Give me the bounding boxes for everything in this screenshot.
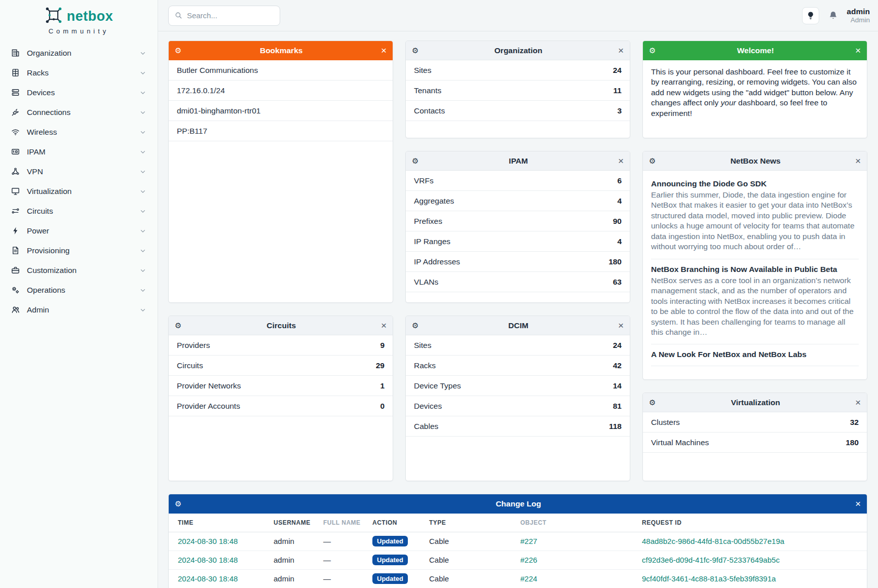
widget-close-icon[interactable]: × xyxy=(618,156,624,166)
changelog-time-link[interactable]: 2024-08-30 18:48 xyxy=(178,537,238,545)
stat-label[interactable]: Cables xyxy=(414,422,609,431)
stat-label[interactable]: Virtual Machines xyxy=(651,438,846,447)
sidebar-item-circuits[interactable]: Circuits xyxy=(0,201,158,221)
bookmark-label[interactable]: 172.16.0.1/24 xyxy=(177,86,225,95)
news-headline[interactable]: A New Look For NetBox and NetBox Labs xyxy=(651,350,859,359)
changelog-table-head: TIME USERNAME FULL NAME ACTION TYPE OBJE… xyxy=(169,514,867,532)
bookmark-item[interactable]: PP:B117 xyxy=(169,121,393,141)
brand-logo[interactable]: netbox Community xyxy=(0,0,158,38)
stat-label[interactable]: Sites xyxy=(414,341,613,350)
stat-label[interactable]: VRFs xyxy=(414,176,617,185)
stat-label[interactable]: IP Ranges xyxy=(414,237,617,246)
widget-settings-gear-icon[interactable]: ⚙ xyxy=(175,499,181,508)
stat-label[interactable]: VLANs xyxy=(414,278,613,287)
changelog-time-link[interactable]: 2024-08-30 18:48 xyxy=(178,556,238,564)
chevron-down-icon xyxy=(139,168,146,175)
changelog-time-link[interactable]: 2024-08-30 18:48 xyxy=(178,574,238,583)
changelog-request-id-link[interactable]: 9cf40fdf-3461-4c88-81a3-5feb39f8391a xyxy=(642,574,776,583)
widget-settings-gear-icon[interactable]: ⚙ xyxy=(412,156,418,166)
bookmark-item[interactable]: 172.16.0.1/24 xyxy=(169,81,393,101)
theme-toggle-button[interactable] xyxy=(802,7,819,24)
stat-label[interactable]: IP Addresses xyxy=(414,257,608,266)
column-header-username[interactable]: USERNAME xyxy=(274,514,323,532)
news-headline[interactable]: Announcing the Diode Go SDK xyxy=(651,179,859,188)
stat-label[interactable]: Provider Networks xyxy=(177,381,380,390)
stat-value: 81 xyxy=(613,402,622,411)
bookmark-item[interactable]: Butler Communications xyxy=(169,60,393,81)
sidebar-item-wireless[interactable]: Wireless xyxy=(0,122,158,142)
widget-settings-gear-icon[interactable]: ⚙ xyxy=(175,46,181,55)
stat-label[interactable]: Providers xyxy=(177,341,380,350)
stat-value: 180 xyxy=(608,257,622,266)
widget-settings-gear-icon[interactable]: ⚙ xyxy=(649,46,656,55)
widget-close-icon[interactable]: × xyxy=(855,156,861,166)
chevron-down-icon xyxy=(139,148,146,155)
sidebar-item-vpn[interactable]: VPN xyxy=(0,162,158,181)
stat-label[interactable]: Contacts xyxy=(414,106,617,115)
stat-label[interactable]: Tenants xyxy=(414,86,614,95)
widget-netbox-news: ⚙ NetBox News × Announcing the Diode Go … xyxy=(642,151,867,380)
widget-close-icon[interactable]: × xyxy=(618,46,624,55)
stat-label[interactable]: Device Types xyxy=(414,381,613,390)
widget-close-icon[interactable]: × xyxy=(855,499,861,508)
stat-row: Sites 24 xyxy=(406,60,630,81)
widget-welcome-header: ⚙ Welcome! × xyxy=(643,41,867,60)
column-header-type[interactable]: TYPE xyxy=(429,514,520,532)
sidebar-item-devices[interactable]: Devices xyxy=(0,83,158,102)
widget-close-icon[interactable]: × xyxy=(618,321,624,330)
changelog-object-link[interactable]: #226 xyxy=(520,556,537,564)
widget-settings-gear-icon[interactable]: ⚙ xyxy=(649,398,656,407)
widget-close-icon[interactable]: × xyxy=(855,398,861,407)
sidebar-item-operations[interactable]: Operations xyxy=(0,280,158,300)
stat-list: Providers 9 Circuits 29 Provider Network… xyxy=(169,335,393,416)
notifications-button[interactable] xyxy=(826,9,839,22)
widget-settings-gear-icon[interactable]: ⚙ xyxy=(412,46,418,55)
widget-ipam: ⚙ IPAM × VRFs 6 Aggregates 4 xyxy=(405,151,630,303)
stat-label[interactable]: Aggregates xyxy=(414,197,617,206)
user-menu[interactable]: admin Admin xyxy=(847,7,870,24)
sidebar-item-ipam[interactable]: IPAM xyxy=(0,142,158,162)
sidebar-item-power[interactable]: Power xyxy=(0,221,158,241)
stat-label[interactable]: Provider Accounts xyxy=(177,402,380,411)
changelog-request-id-link[interactable]: 48ad8b2c-986d-44fd-81ca-00d55b27e19a xyxy=(642,537,784,545)
sidebar-item-connections[interactable]: Connections xyxy=(0,102,158,122)
sidebar-item-virtualization[interactable]: Virtualization xyxy=(0,181,158,201)
stat-label[interactable]: Sites xyxy=(414,66,613,75)
widget-close-icon[interactable]: × xyxy=(381,321,387,330)
stat-label[interactable]: Prefixes xyxy=(414,217,613,226)
sidebar-item-provisioning[interactable]: Provisioning xyxy=(0,241,158,260)
sidebar-item-admin[interactable]: Admin xyxy=(0,300,158,320)
widget-settings-gear-icon[interactable]: ⚙ xyxy=(412,321,418,330)
changelog-request-id-link[interactable]: cf92d3e6-d09d-41fc-9fd7-52337649ab5c xyxy=(642,556,780,564)
bookmark-label[interactable]: dmi01-binghamton-rtr01 xyxy=(177,106,260,115)
column-header-action[interactable]: ACTION xyxy=(372,514,429,532)
sidebar-item-label: Organization xyxy=(27,49,139,58)
changelog-type: Cable xyxy=(429,569,520,588)
widget-circuits: ⚙ Circuits × Providers 9 Circuits 29 xyxy=(168,316,393,481)
sidebar-item-organization[interactable]: Organization xyxy=(0,43,158,63)
changelog-object-link[interactable]: #224 xyxy=(520,574,537,583)
changelog-object-link[interactable]: #227 xyxy=(520,537,537,545)
news-headline[interactable]: NetBox Branching is Now Available in Pub… xyxy=(651,265,859,274)
widget-settings-gear-icon[interactable]: ⚙ xyxy=(649,156,656,166)
column-header-request-id[interactable]: REQUEST ID xyxy=(642,514,867,532)
bookmark-label[interactable]: PP:B117 xyxy=(177,127,207,136)
widget-close-icon[interactable]: × xyxy=(855,46,861,55)
stat-label[interactable]: Clusters xyxy=(651,418,850,427)
bookmark-label[interactable]: Butler Communications xyxy=(177,66,258,75)
search-box[interactable] xyxy=(168,6,280,26)
widget-close-icon[interactable]: × xyxy=(381,46,387,55)
stat-value: 11 xyxy=(614,86,622,95)
stat-label[interactable]: Racks xyxy=(414,361,613,370)
building-icon xyxy=(10,48,20,58)
bookmark-item[interactable]: dmi01-binghamton-rtr01 xyxy=(169,101,393,121)
stat-label[interactable]: Circuits xyxy=(177,361,376,370)
stat-label[interactable]: Devices xyxy=(414,402,613,411)
stat-value: 42 xyxy=(613,361,622,370)
search-input[interactable] xyxy=(187,11,274,20)
sidebar-item-customization[interactable]: Customization xyxy=(0,260,158,280)
sidebar-item-racks[interactable]: Racks xyxy=(0,63,158,83)
sidebar-item-label: Connections xyxy=(27,108,139,117)
widget-settings-gear-icon[interactable]: ⚙ xyxy=(175,321,181,330)
column-header-time[interactable]: TIME xyxy=(169,514,274,532)
